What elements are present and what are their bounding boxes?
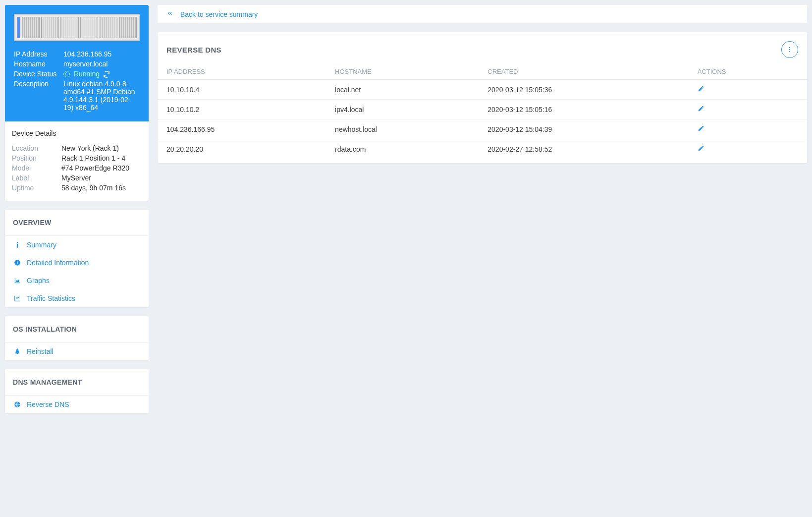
ip-value: 104.236.166.95 — [63, 49, 140, 59]
row-created: 2020-03-12 15:05:16 — [479, 100, 688, 119]
svg-rect-2 — [17, 261, 17, 262]
row-created: 2020-03-12 15:04:39 — [479, 119, 688, 139]
globe-icon — [13, 401, 22, 408]
svg-rect-1 — [17, 262, 17, 264]
location-label: Location — [12, 143, 61, 153]
edit-button[interactable] — [698, 85, 704, 94]
overview-header: OVERVIEW — [5, 210, 149, 236]
col-created: CREATED — [479, 64, 688, 80]
row-created: 2020-03-12 15:05:36 — [479, 80, 688, 100]
status-label: Device Status — [14, 69, 63, 79]
status-value: Running — [63, 69, 140, 79]
reverse-dns-title: REVERSE DNS — [166, 46, 221, 54]
table-row: 20.20.20.20rdata.com2020-02-27 12:58:52 — [158, 139, 807, 164]
row-ip: 10.10.10.4 — [158, 80, 326, 100]
nav-graphs-label: Graphs — [27, 277, 50, 285]
left-column: IP Address 104.236.166.95 Hostname myser… — [5, 5, 149, 422]
table-row: 10.10.10.2ipv4.local2020-03-12 15:05:16 — [158, 100, 807, 119]
col-hostname: HOSTNAME — [326, 64, 479, 80]
table-row: 10.10.10.4local.net2020-03-12 15:05:36 — [158, 80, 807, 100]
nav-summary[interactable]: Summary — [5, 236, 149, 254]
model-label: Model — [12, 163, 61, 173]
pencil-icon — [698, 85, 704, 94]
row-ip: 20.20.20.20 — [158, 139, 326, 164]
svg-point-4 — [789, 47, 790, 48]
nav-reverse-dns[interactable]: Reverse DNS — [5, 396, 149, 413]
label-label: Label — [12, 173, 61, 183]
reverse-dns-table: IP ADDRESS HOSTNAME CREATED ACTIONS 10.1… — [158, 64, 807, 163]
nav-reinstall-label: Reinstall — [27, 347, 54, 355]
svg-point-6 — [789, 51, 790, 52]
row-hostname: ipv4.local — [326, 100, 479, 119]
ip-label: IP Address — [14, 49, 63, 59]
table-row: 104.236.166.95newhost.local2020-03-12 15… — [158, 119, 807, 139]
dns-card: DNS MANAGEMENT Reverse DNS — [5, 369, 149, 413]
col-actions: ACTIONS — [689, 64, 807, 80]
overview-card: OVERVIEW Summary Detailed Information — [5, 210, 149, 307]
device-details-title: Device Details — [12, 129, 142, 137]
hostname-label: Hostname — [14, 59, 63, 69]
more-actions-button[interactable] — [781, 41, 798, 58]
info-circle-icon — [13, 259, 22, 266]
nav-detailed[interactable]: Detailed Information — [5, 254, 149, 272]
position-label: Position — [12, 153, 61, 163]
more-vertical-icon — [786, 46, 793, 53]
row-created: 2020-02-27 12:58:52 — [479, 139, 688, 164]
back-link[interactable]: Back to service summary — [158, 5, 807, 23]
hostname-value: myserver.local — [63, 59, 140, 69]
description-label: Description — [14, 79, 63, 113]
position-value: Rack 1 Position 1 - 4 — [61, 153, 142, 163]
row-hostname: local.net — [326, 80, 479, 100]
uptime-label: Uptime — [12, 183, 61, 193]
device-details: Device Details Location New York (Rack 1… — [5, 121, 149, 201]
uptime-value: 58 days, 9h 07m 16s — [61, 183, 142, 193]
chevron-left-icon — [166, 10, 173, 18]
col-ip: IP ADDRESS — [158, 64, 326, 80]
nav-summary-label: Summary — [27, 241, 56, 249]
row-hostname: rdata.com — [326, 139, 479, 164]
line-chart-icon — [13, 295, 22, 302]
svg-point-5 — [789, 49, 790, 50]
back-link-label: Back to service summary — [180, 10, 258, 18]
nav-reinstall[interactable]: Reinstall — [5, 343, 149, 360]
page-container: IP Address 104.236.166.95 Hostname myser… — [5, 5, 807, 422]
os-card: OS INSTALLATION Reinstall — [5, 316, 149, 360]
server-image — [14, 14, 140, 41]
edit-button[interactable] — [698, 125, 704, 133]
label-value: MyServer — [61, 173, 142, 183]
nav-traffic-label: Traffic Statistics — [27, 294, 75, 302]
linux-icon — [13, 348, 22, 355]
edit-button[interactable] — [698, 145, 704, 153]
location-value: New York (Rack 1) — [61, 143, 142, 153]
right-column: Back to service summary REVERSE DNS IP A… — [158, 5, 807, 422]
area-chart-icon — [13, 277, 22, 284]
pencil-icon — [698, 105, 704, 114]
info-icon — [13, 241, 22, 248]
nav-reverse-dns-label: Reverse DNS — [27, 401, 69, 408]
row-hostname: newhost.local — [326, 119, 479, 139]
device-card: IP Address 104.236.166.95 Hostname myser… — [5, 5, 149, 201]
nav-traffic[interactable]: Traffic Statistics — [5, 289, 149, 307]
row-ip: 104.236.166.95 — [158, 119, 326, 139]
refresh-icon[interactable] — [103, 71, 109, 77]
model-value: #74 PowerEdge R320 — [61, 163, 142, 173]
pencil-icon — [698, 145, 704, 153]
row-ip: 10.10.10.2 — [158, 100, 326, 119]
pencil-icon — [698, 125, 704, 133]
os-header: OS INSTALLATION — [5, 316, 149, 343]
edit-button[interactable] — [698, 105, 704, 114]
status-indicator-icon — [63, 71, 70, 77]
dns-header: DNS MANAGEMENT — [5, 369, 149, 396]
reverse-dns-card: REVERSE DNS IP ADDRESS HOSTNAME CREATED … — [158, 32, 807, 163]
nav-detailed-label: Detailed Information — [27, 259, 89, 267]
nav-graphs[interactable]: Graphs — [5, 272, 149, 289]
device-summary: IP Address 104.236.166.95 Hostname myser… — [5, 5, 149, 121]
description-value: Linux debian 4.9.0-8-amd64 #1 SMP Debian… — [63, 79, 140, 113]
status-text: Running — [74, 70, 100, 78]
